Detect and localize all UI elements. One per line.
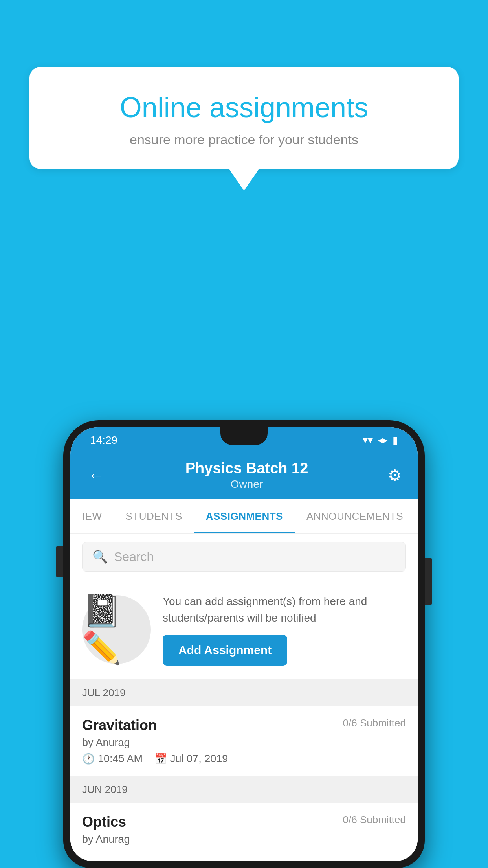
tab-iew[interactable]: IEW [70,499,114,533]
app-header: ← Physics Batch 12 Owner ⚙ [70,453,418,499]
promo-text: You can add assignment(s) from here and … [163,593,406,626]
month-label-jul: JUL 2019 [82,687,125,699]
assignment-optics-author: by Anurag [82,833,406,846]
phone-screen: 14:29 ▾▾ ◂▸ ▮ ← Physics Batch 12 Owner ⚙… [70,427,418,861]
assignment-gravitation-submitted: 0/6 Submitted [343,717,406,729]
assignment-gravitation-meta: 🕐 10:45 AM 📅 Jul 07, 2019 [82,753,406,765]
promo-icon-circle: 📓✏️ [82,595,151,664]
signal-icon: ◂▸ [378,434,388,446]
gravitation-time-value: 10:45 AM [98,753,143,765]
tab-assignments[interactable]: ASSIGNMENTS [194,499,295,533]
assignment-optics-title: Optics [82,814,126,830]
header-subtitle: Owner [185,478,308,491]
search-container: 🔍 Search [70,534,418,579]
status-time: 14:29 [90,434,117,447]
assignment-item-optics[interactable]: Optics 0/6 Submitted by Anurag [70,803,418,861]
assignment-optics-header: Optics 0/6 Submitted [82,814,406,830]
speech-bubble: Online assignments ensure more practice … [29,67,459,169]
promo-section: 📓✏️ You can add assignment(s) from here … [70,579,418,680]
header-title: Physics Batch 12 [185,460,308,477]
tabs-bar: IEW STUDENTS ASSIGNMENTS ANNOUNCEMENTS [70,499,418,534]
notch [220,427,268,445]
add-assignment-button[interactable]: Add Assignment [163,635,287,666]
search-input[interactable]: Search [114,550,154,564]
search-bar[interactable]: 🔍 Search [82,542,406,572]
tab-students[interactable]: STUDENTS [114,499,194,533]
month-section-jul: JUL 2019 [70,680,418,706]
clock-icon: 🕐 [82,753,95,765]
notebook-icon: 📓✏️ [82,592,151,666]
gravitation-date-value: Jul 07, 2019 [170,753,228,765]
wifi-icon: ▾▾ [363,434,373,446]
settings-button[interactable]: ⚙ [388,466,402,484]
battery-icon: ▮ [393,434,398,446]
assignment-gravitation-header: Gravitation 0/6 Submitted [82,717,406,734]
assignment-item-gravitation[interactable]: Gravitation 0/6 Submitted by Anurag 🕐 10… [70,706,418,776]
assignment-gravitation-title: Gravitation [82,717,157,734]
month-label-jun: JUN 2019 [82,783,128,795]
assignment-optics-submitted: 0/6 Submitted [343,814,406,826]
promo-content: You can add assignment(s) from here and … [163,593,406,666]
phone-wrapper: 14:29 ▾▾ ◂▸ ▮ ← Physics Batch 12 Owner ⚙… [63,420,425,868]
month-section-jun: JUN 2019 [70,776,418,803]
back-button[interactable]: ← [86,465,106,486]
tab-announcements[interactable]: ANNOUNCEMENTS [295,499,415,533]
speech-bubble-title: Online assignments [57,90,431,124]
assignment-gravitation-date: 📅 Jul 07, 2019 [154,753,228,765]
calendar-icon: 📅 [154,753,167,765]
status-bar: 14:29 ▾▾ ◂▸ ▮ [70,427,418,453]
status-icons: ▾▾ ◂▸ ▮ [363,434,398,446]
phone-frame: 14:29 ▾▾ ◂▸ ▮ ← Physics Batch 12 Owner ⚙… [63,420,425,868]
header-center: Physics Batch 12 Owner [185,460,308,491]
search-icon: 🔍 [92,549,108,564]
speech-bubble-section: Online assignments ensure more practice … [29,67,459,169]
assignment-gravitation-author: by Anurag [82,737,406,749]
assignment-gravitation-time: 🕐 10:45 AM [82,753,143,765]
speech-bubble-subtitle: ensure more practice for your students [57,132,431,147]
